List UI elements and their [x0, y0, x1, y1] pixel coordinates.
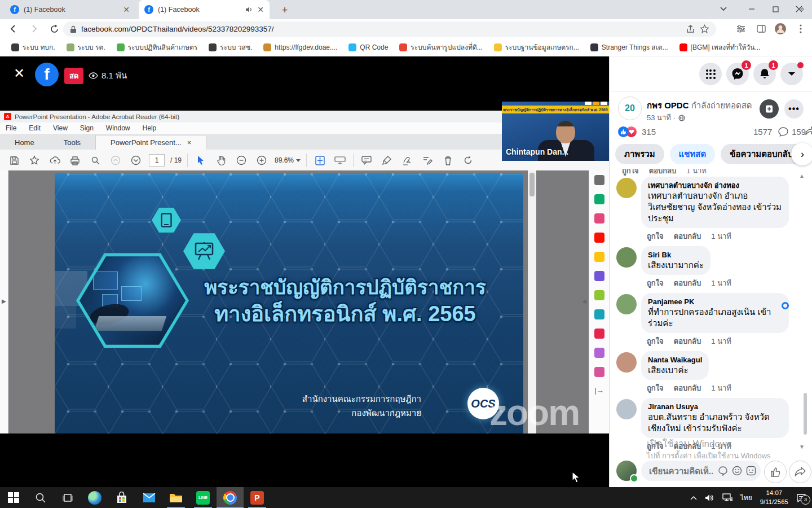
tool-pane-icon[interactable]: [594, 233, 604, 243]
close-video-icon[interactable]: ✕: [14, 67, 25, 80]
live-chat-list[interactable]: ถูกใจ ตอบกลับ 1 นาที เทศบาลตำบลบางจัก อ่…: [610, 169, 812, 456]
browser-tab-2-active[interactable]: f (1) Facebook ✕: [139, 0, 270, 19]
like-action[interactable]: ถูกใจ: [647, 277, 664, 289]
bookmark-item[interactable]: [BGM] เพลงที่ทำให้วัน...: [675, 40, 765, 54]
cloud-upload-icon[interactable]: [47, 153, 62, 168]
profile-avatar[interactable]: [774, 22, 787, 36]
reply-action[interactable]: ตอบกลับ: [674, 440, 701, 452]
browser-tab-1[interactable]: f (1) Facebook ✕: [5, 0, 135, 19]
acrobat-menu-item[interactable]: File: [6, 124, 16, 132]
tool-pane-icon[interactable]: [594, 309, 604, 319]
commenter-avatar[interactable]: [616, 178, 637, 198]
chat-scroll-down-icon[interactable]: ▼: [799, 444, 805, 450]
acrobat-menu-item[interactable]: Edit: [29, 124, 41, 132]
chrome-taskbar-icon[interactable]: [217, 487, 244, 508]
taskbar-clock[interactable]: 14:07 9/11/2565: [760, 489, 788, 506]
bookmark-item[interactable]: ระบบปฏิทินสินค้าเกษตร: [112, 40, 202, 54]
address-bar[interactable]: facebook.com/OPDCThailand/videos/5233782…: [63, 21, 716, 37]
fit-page-icon[interactable]: [312, 153, 327, 168]
zoom-level-select[interactable]: 89.6%: [275, 156, 301, 164]
commenter-name[interactable]: Nanta Waikagul: [648, 355, 702, 365]
comment-input[interactable]: [648, 466, 714, 476]
fit-width-icon[interactable]: [333, 153, 347, 168]
bookmark-item[interactable]: https://ffgdev.doae....: [259, 42, 342, 53]
tune-icon[interactable]: [734, 22, 748, 36]
hand-tool-icon[interactable]: [214, 153, 228, 168]
page-avatar[interactable]: 20: [618, 97, 642, 120]
sticker-icon[interactable]: [718, 466, 728, 476]
tool-pane-icon[interactable]: [594, 175, 604, 185]
tool-pane-icon[interactable]: [594, 329, 604, 339]
tab-close-icon[interactable]: ✕: [123, 6, 130, 14]
account-menu-button[interactable]: [780, 63, 803, 85]
share-count[interactable]: 159: [792, 127, 806, 137]
bookmark-item[interactable]: ระบบ วสช.: [204, 40, 257, 54]
doc-tab-close-icon[interactable]: ×: [187, 138, 192, 147]
store-taskbar-icon[interactable]: [108, 487, 135, 508]
browser-menu-icon[interactable]: [794, 22, 807, 36]
select-tool-icon[interactable]: [193, 153, 208, 168]
like-action[interactable]: ถูกใจ: [647, 335, 664, 347]
share-video-button[interactable]: [789, 461, 811, 483]
comment-bubble[interactable]: Siri Bk เสียงเบามากค่ะ: [641, 246, 710, 275]
page-number-input[interactable]: 1: [149, 154, 165, 167]
tool-pane-icon[interactable]: [594, 252, 604, 262]
zoom-in-icon[interactable]: [254, 153, 269, 168]
file-explorer-taskbar-icon[interactable]: [162, 487, 189, 508]
tool-pane-icon[interactable]: [594, 290, 604, 300]
new-tab-button[interactable]: +: [277, 3, 292, 17]
reply-action[interactable]: ตอบกลับ: [674, 230, 701, 242]
volume-icon[interactable]: [705, 494, 714, 502]
bookmark-item[interactable]: ระบบ ทบก.: [7, 40, 60, 54]
edge-taskbar-icon[interactable]: [81, 487, 108, 508]
reply-action[interactable]: ตอบกลับ: [674, 277, 701, 289]
acrobat-tab-document[interactable]: PowerPoint Present... ×: [95, 135, 206, 150]
commenter-name[interactable]: Siri Bk: [648, 250, 704, 260]
emoji-icon[interactable]: [732, 466, 742, 476]
like-action[interactable]: ถูกใจ: [647, 230, 664, 242]
tool-pane-icon[interactable]: [594, 348, 604, 358]
tray-expand-icon[interactable]: [690, 496, 697, 500]
like-video-button[interactable]: [764, 461, 787, 483]
tab-search-icon[interactable]: [712, 0, 735, 18]
messenger-button[interactable]: 1: [726, 63, 749, 85]
document-scrollbar-thumb[interactable]: [529, 173, 535, 196]
tab-overview[interactable]: ภาพรวม: [615, 144, 664, 164]
tool-pane-collapse-icon[interactable]: ◀: [582, 298, 586, 304]
line-taskbar-icon[interactable]: LINE: [189, 487, 217, 508]
task-view-button[interactable]: [54, 487, 81, 508]
print-icon[interactable]: [68, 153, 82, 168]
powerpoint-taskbar-icon[interactable]: P: [244, 487, 271, 508]
rotate-icon[interactable]: [461, 153, 475, 168]
language-indicator[interactable]: ไทย: [740, 492, 752, 503]
start-button[interactable]: [0, 487, 27, 508]
bookmark-item[interactable]: ระบบ รต.: [62, 40, 110, 54]
save-icon[interactable]: [7, 153, 21, 168]
speaker-video-thumbnail[interactable]: พระราชบัญญัติการปฏิบัติราชการทางอิเล็กทร…: [502, 102, 609, 161]
tool-pane-icon[interactable]: [594, 213, 604, 224]
more-options-button[interactable]: •••: [784, 99, 804, 119]
acrobat-menu-item[interactable]: View: [53, 124, 68, 132]
acrobat-menu-item[interactable]: Help: [143, 124, 157, 132]
taskbar-search-button[interactable]: [27, 487, 54, 508]
like-action[interactable]: ถูกใจ: [647, 382, 664, 394]
comment-count[interactable]: 1577: [753, 127, 772, 137]
chat-scroll-up-icon[interactable]: ▲: [799, 173, 805, 179]
facebook-logo[interactable]: f: [35, 63, 59, 86]
tool-pane-icon[interactable]: [594, 194, 604, 204]
bookmark-item[interactable]: ระบบค้นหารูปแปลงที่ดิ...: [395, 40, 487, 54]
window-maximize-button[interactable]: [764, 0, 787, 18]
like-action[interactable]: ถูกใจ: [647, 440, 664, 452]
tab-close-icon[interactable]: ✕: [257, 6, 264, 14]
share-icon[interactable]: [686, 24, 695, 34]
comment-bubble[interactable]: เทศบาลตำบลบางจัก อ่างทอง เทศบาลตำบลบางจั…: [641, 177, 789, 228]
bookmark-item[interactable]: Stranger Things สเต...: [586, 40, 673, 54]
save-video-button[interactable]: [760, 99, 779, 119]
sign-pen-icon[interactable]: [400, 153, 414, 168]
comment-bubble[interactable]: Panjamee PK ที่ทำการปกครองอำเภอสูงเนิน เ…: [641, 293, 789, 333]
tab-audio-icon[interactable]: [245, 6, 253, 14]
like-reaction-icon[interactable]: [618, 126, 629, 137]
video-player[interactable]: A PowerPoint Presentation - Adobe Acroba…: [0, 56, 609, 487]
commenter-name[interactable]: Jiranan Usuya: [648, 402, 782, 411]
side-panel-icon[interactable]: [754, 22, 768, 36]
